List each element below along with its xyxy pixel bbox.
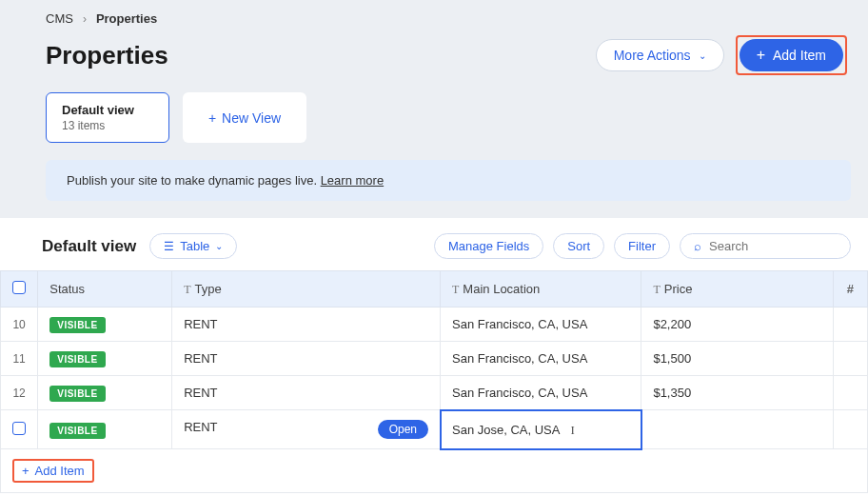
table-row-editing[interactable]: VISIBLE RENT Open San Jose, CA, USA <box>1 410 868 449</box>
page-title: Properties <box>46 41 168 70</box>
breadcrumb-page[interactable]: Properties <box>96 11 157 26</box>
publish-banner: Publish your site to make dynamic pages … <box>46 160 851 201</box>
plus-icon: + <box>22 464 30 478</box>
properties-table: Status TType TMain Location TPrice # 10 … <box>0 270 868 449</box>
column-header-location[interactable]: TMain Location <box>441 271 641 308</box>
table-row[interactable]: 11 VISIBLE RENT San Francisco, CA, USA $… <box>1 342 868 376</box>
text-icon: T <box>653 283 660 296</box>
row-checkbox[interactable] <box>12 422 26 435</box>
text-cursor-icon <box>562 423 563 436</box>
chevron-down-icon: ⌄ <box>215 241 223 251</box>
add-item-button[interactable]: + Add Item <box>740 39 843 71</box>
status-badge: VISIBLE <box>49 351 105 367</box>
text-icon: T <box>184 283 190 296</box>
location-cell-editing[interactable]: San Jose, CA, USA <box>441 410 641 449</box>
chevron-down-icon: ⌄ <box>699 50 706 61</box>
table-row[interactable]: 10 VISIBLE RENT San Francisco, CA, USA $… <box>1 308 868 342</box>
search-field[interactable]: ⌕ <box>680 233 851 259</box>
table-mode-dropdown[interactable]: ☰ Table ⌄ <box>149 233 237 259</box>
search-icon: ⌕ <box>694 239 701 253</box>
search-input[interactable] <box>709 239 837 253</box>
add-item-footer-button[interactable]: + Add Item <box>12 459 94 483</box>
sort-button[interactable]: Sort <box>553 233 604 259</box>
column-header-price[interactable]: TPrice <box>641 271 833 308</box>
new-view-button[interactable]: + New View <box>183 92 306 143</box>
view-card-default[interactable]: Default view 13 items <box>46 92 169 143</box>
text-icon: T <box>452 283 459 296</box>
breadcrumb-root[interactable]: CMS <box>46 11 73 26</box>
current-view-name: Default view <box>42 237 136 256</box>
manage-fields-button[interactable]: Manage Fields <box>434 233 543 259</box>
status-badge: VISIBLE <box>49 317 105 333</box>
column-header-type[interactable]: TType <box>172 271 441 308</box>
select-all-checkbox[interactable] <box>12 281 26 294</box>
plus-icon: + <box>757 47 765 64</box>
list-icon: ☰ <box>164 240 174 253</box>
column-header-status[interactable]: Status <box>38 271 172 308</box>
filter-button[interactable]: Filter <box>614 233 670 259</box>
more-actions-button[interactable]: More Actions ⌄ <box>596 39 724 71</box>
chevron-right-icon: › <box>83 12 87 26</box>
breadcrumb: CMS › Properties <box>46 11 851 26</box>
table-row[interactable]: 12 VISIBLE RENT San Francisco, CA, USA $… <box>1 376 868 410</box>
column-header-extra[interactable]: # <box>833 271 867 308</box>
plus-icon: + <box>208 110 216 126</box>
status-badge: VISIBLE <box>49 386 105 402</box>
learn-more-link[interactable]: Learn more <box>321 173 384 188</box>
open-row-button[interactable]: Open <box>378 420 428 439</box>
status-badge: VISIBLE <box>49 423 105 439</box>
